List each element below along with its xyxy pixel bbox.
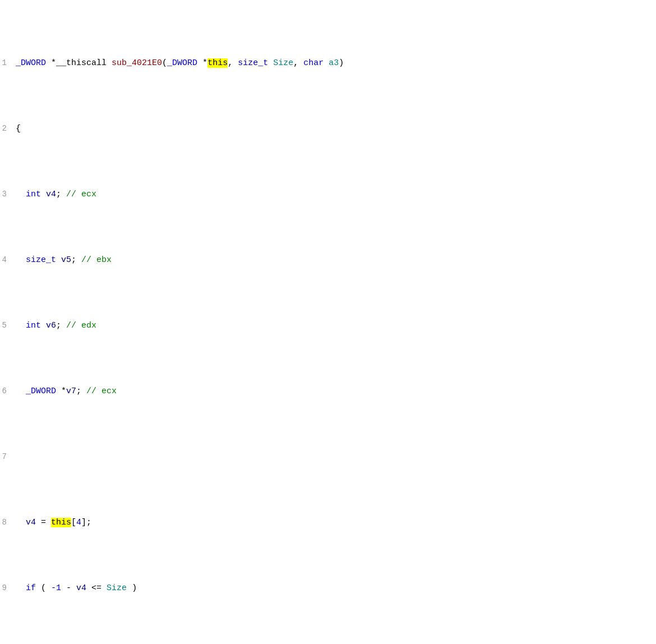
line-row: 4 size_t v5; // ebx <box>0 254 656 267</box>
line-row: 7 <box>0 450 656 464</box>
line-row: 6 _DWORD *v7; // ecx <box>0 385 656 398</box>
line-content <box>16 450 656 463</box>
line-number: 2 <box>0 123 16 135</box>
line-content: { <box>16 122 656 135</box>
line-content: int v4; // ecx <box>16 188 656 201</box>
line-row: 3 int v4; // ecx <box>0 188 656 201</box>
code-viewer: 1 _DWORD *__thiscall sub_4021E0(_DWORD *… <box>0 0 656 644</box>
line-number: 1 <box>0 57 16 70</box>
line-number: 6 <box>0 385 16 398</box>
line-number: 9 <box>0 582 16 595</box>
line-row: 8 v4 = this[4]; <box>0 516 656 530</box>
line-content: int v6; // edx <box>16 319 656 332</box>
line-number: 4 <box>0 254 16 266</box>
line-row: 1 _DWORD *__thiscall sub_4021E0(_DWORD *… <box>0 57 656 70</box>
line-content: _DWORD *__thiscall sub_4021E0(_DWORD *th… <box>16 57 656 70</box>
line-number: 5 <box>0 320 16 332</box>
line-content: v4 = this[4]; <box>16 516 656 529</box>
line-row: 2 { <box>0 122 656 136</box>
line-row: 5 int v6; // edx <box>0 319 656 333</box>
line-content: size_t v5; // ebx <box>16 254 656 266</box>
line-number: 3 <box>0 188 16 201</box>
line-number: 7 <box>0 451 16 463</box>
line-content: _DWORD *v7; // ecx <box>16 385 656 398</box>
line-content: if ( -1 - v4 <= Size ) <box>16 582 656 595</box>
line-row: 9 if ( -1 - v4 <= Size ) <box>0 582 656 595</box>
line-number: 8 <box>0 517 16 529</box>
